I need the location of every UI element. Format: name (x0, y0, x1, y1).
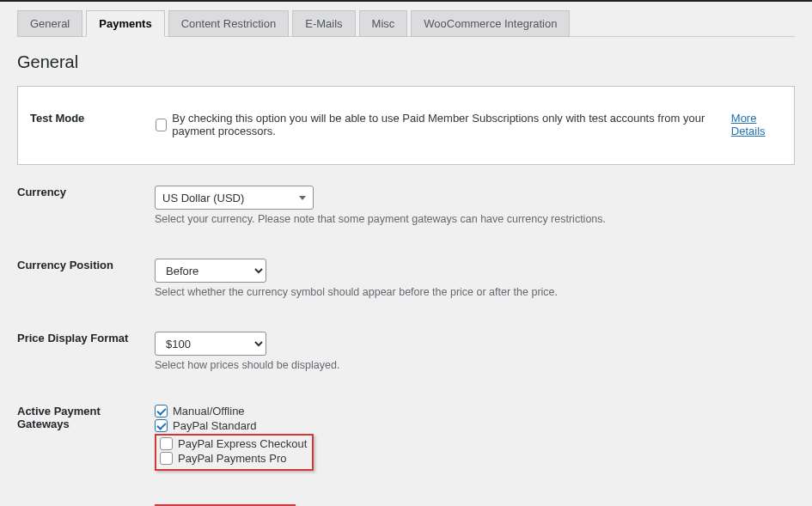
tab-woocommerce[interactable]: WooCommerce Integration (411, 10, 570, 37)
price-display-label: Price Display Format (17, 311, 146, 384)
test-mode-checkbox[interactable] (156, 119, 167, 131)
gateway-paypal-express-checkbox[interactable] (160, 437, 173, 450)
test-mode-card: Test Mode By checking this option you wi… (17, 86, 795, 165)
gateways-label: Active Payment Gateways (17, 384, 146, 484)
price-display-select[interactable]: $100 (155, 332, 266, 356)
test-mode-description: By checking this option you will be able… (172, 112, 726, 137)
tab-payments[interactable]: Payments (86, 10, 164, 37)
test-mode-label: Test Mode (18, 99, 147, 152)
gateway-paypal-pro-checkbox[interactable] (160, 452, 173, 465)
price-display-description: Select how prices should be displayed. (155, 359, 786, 371)
currency-position-label: Currency Position (17, 238, 146, 311)
tab-misc[interactable]: Misc (359, 10, 408, 37)
chevron-down-icon (299, 196, 306, 200)
paypal-pro-highlight: PayPal Express Checkout PayPal Payments … (155, 434, 314, 471)
gateway-manual-label: Manual/Offline (173, 405, 245, 418)
gateway-paypal-standard-label: PayPal Standard (173, 419, 257, 432)
section-title: General (17, 52, 795, 72)
test-mode-more-details-link[interactable]: More Details (731, 112, 785, 137)
gateway-paypal-express-label: PayPal Express Checkout (178, 437, 307, 450)
tab-emails[interactable]: E-Mails (292, 10, 355, 37)
gateway-paypal-pro-label: PayPal Payments Pro (178, 452, 286, 465)
default-gateway-label: Default Payment Gateway (17, 484, 146, 506)
settings-tabs: General Payments Content Restriction E-M… (17, 10, 795, 37)
gateway-manual-checkbox[interactable] (155, 405, 168, 418)
gateway-paypal-standard-checkbox[interactable] (155, 419, 168, 432)
tab-content-restriction[interactable]: Content Restriction (168, 10, 290, 37)
tab-general[interactable]: General (17, 10, 82, 37)
currency-description: Select your currency. Please note that s… (155, 213, 786, 225)
currency-label: Currency (17, 165, 146, 238)
currency-select[interactable]: US Dollar (USD) (155, 186, 314, 210)
currency-position-description: Select whether the currency symbol shoul… (155, 286, 786, 298)
currency-position-select[interactable]: Before (155, 259, 266, 283)
currency-value: US Dollar (USD) (162, 192, 244, 204)
